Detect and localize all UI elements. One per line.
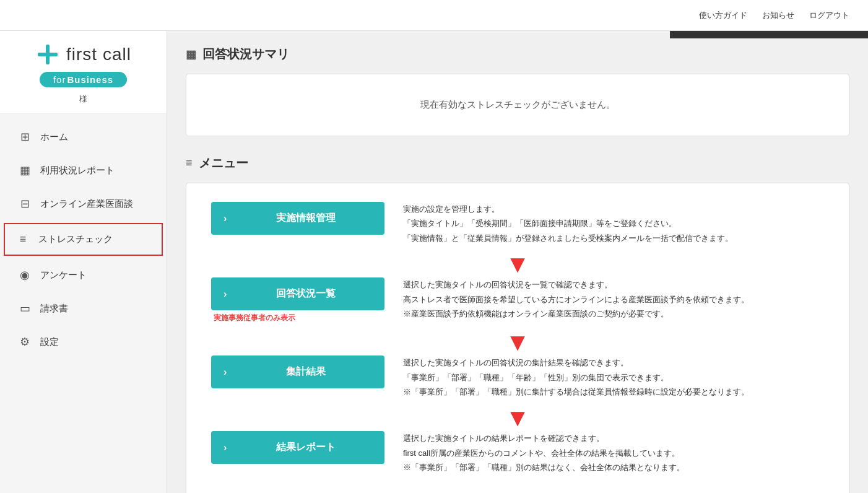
jisshi-button[interactable]: › 実施情報管理 (211, 202, 384, 235)
kaito-desc-1: 選択した実施タイトルの回答状況を一覧で確認できます。 (403, 277, 824, 292)
sidebar-item-home-label: ホーム (40, 131, 68, 143)
summary-title-text: 回答状況サマリ (202, 46, 289, 63)
arrow-3: ▼ (211, 404, 824, 431)
shukei-button[interactable]: › 集計結果 (211, 356, 384, 388)
logo-text: first call (66, 45, 131, 64)
logo-area: first call (35, 42, 131, 67)
survey-icon: ◉ (18, 268, 32, 282)
shukei-chevron-icon: › (224, 367, 227, 378)
sidebar-item-usage-report[interactable]: ▦ 利用状況レポート (0, 154, 167, 187)
summary-title-icon: ▦ (186, 48, 196, 61)
settings-icon: ⚙ (18, 335, 32, 349)
top-strip (670, 31, 868, 38)
kaito-button[interactable]: › 回答状況一覧 (211, 277, 384, 310)
home-icon: ⊞ (18, 130, 32, 144)
sidebar-item-billing-label: 請求書 (40, 303, 68, 315)
kaito-btn-label: 回答状況一覧 (233, 287, 378, 300)
online-consult-icon: ⊟ (18, 197, 32, 211)
for-business-badge: forBusiness (40, 72, 127, 87)
jisshi-chevron-icon: › (224, 213, 227, 224)
sidebar: first call forBusiness 様 ⊞ ホーム ▦ 利用状況レポー… (0, 31, 167, 493)
shukei-btn-label: 集計結果 (233, 365, 378, 378)
sidebar-logo: first call forBusiness 様 (0, 31, 167, 114)
stress-check-icon: ≡ (16, 233, 30, 246)
svg-rect-1 (38, 53, 58, 56)
jisshi-btn-wrap: › 実施情報管理 (211, 202, 384, 235)
arrow-down-icon-2: ▼ (431, 329, 604, 354)
shukei-btn-wrap: › 集計結果 (211, 356, 384, 388)
shukei-desc-1: 選択した実施タイトルの回答状況の集計結果を確認できます。 (403, 356, 824, 370)
sidebar-item-billing[interactable]: ▭ 請求書 (0, 292, 167, 325)
summary-section-title: ▦ 回答状況サマリ (186, 46, 849, 63)
kekka-btn-wrap: › 結果レポート (211, 431, 384, 464)
sidebar-item-online-consult-label: オンライン産業医面談 (40, 198, 133, 210)
logo-icon (35, 42, 60, 67)
sidebar-item-stress-check-label: ストレスチェック (38, 233, 113, 245)
sidebar-item-settings-label: 設定 (40, 336, 59, 348)
kekka-chevron-icon: › (224, 442, 227, 453)
kaito-desc-2: 高ストレス者で医師面接を希望している方にオンラインによる産業医面談予約を依頼でき… (403, 292, 824, 307)
menu-row-jisshi: › 実施情報管理 実施の設定を管理します。 「実施タイトル」「受検期間」「医師面… (211, 202, 824, 245)
usage-report-icon: ▦ (18, 164, 32, 177)
logout-link[interactable]: ログアウト (809, 10, 849, 21)
sidebar-item-home[interactable]: ⊞ ホーム (0, 120, 167, 154)
main-content: ▦ 回答状況サマリ 現在有効なストレスチェックがございません。 ≡ メニュー ›… (167, 31, 868, 493)
sidebar-item-settings[interactable]: ⚙ 設定 (0, 325, 167, 359)
guide-link[interactable]: 使い方ガイド (699, 10, 747, 21)
menu-section-title: ≡ メニュー (186, 155, 849, 172)
sidebar-item-stress-check[interactable]: ≡ ストレスチェック (4, 223, 163, 256)
sidebar-item-usage-report-label: 利用状況レポート (40, 165, 115, 177)
menu-title-icon: ≡ (186, 157, 193, 170)
news-link[interactable]: お知らせ (762, 10, 794, 21)
kekka-desc-1: 選択した実施タイトルの結果レポートを確認できます。 (403, 431, 824, 445)
kekka-button[interactable]: › 結果レポート (211, 431, 384, 464)
kaito-chevron-icon: › (224, 289, 227, 300)
top-navigation: 使い方ガイド お知らせ ログアウト (0, 0, 868, 31)
main-layout: first call forBusiness 様 ⊞ ホーム ▦ 利用状況レポー… (0, 31, 868, 493)
arrow-down-icon-3: ▼ (431, 405, 604, 430)
kekka-desc-2: first call所属の産業医からのコメントや、会社全体の結果を掲載しています… (403, 446, 824, 460)
sidebar-item-survey-label: アンケート (40, 269, 87, 281)
kekka-desc-3: ※「事業所」「部署」「職種」別の結果はなく、会社全体の結果となります。 (403, 460, 824, 474)
jisshi-desc-3: 「実施情報」と「従業員情報」が登録されましたら受検案内メールを一括で配信できます… (403, 231, 824, 245)
kaito-desc-3: ※産業医面談予約依頼機能はオンライン産業医面談のご契約が必要です。 (403, 307, 824, 321)
kekka-btn-label: 結果レポート (233, 441, 378, 454)
arrow-2: ▼ (211, 328, 824, 356)
jisshi-desc: 実施の設定を管理します。 「実施タイトル」「受検期間」「医師面接申請期限」等をご… (403, 202, 824, 245)
kekka-desc: 選択した実施タイトルの結果レポートを確認できます。 first call所属の産… (403, 431, 824, 474)
nav-items: ⊞ ホーム ▦ 利用状況レポート ⊟ オンライン産業医面談 ≡ ストレスチェック… (0, 120, 167, 359)
shukei-desc-2: 「事業所」「部署」「職種」「年齢」「性別」別の集団で表示できます。 (403, 370, 824, 385)
sidebar-item-online-consult[interactable]: ⊟ オンライン産業医面談 (0, 187, 167, 220)
menu-card: › 実施情報管理 実施の設定を管理します。 「実施タイトル」「受検期間」「医師面… (186, 183, 849, 493)
kaito-desc: 選択した実施タイトルの回答状況を一覧で確認できます。 高ストレス者で医師面接を希… (403, 277, 824, 321)
sidebar-item-survey[interactable]: ◉ アンケート (0, 258, 167, 292)
shukei-desc-3: ※「事業所」「部署」「職種」別に集計する場合は従業員情報登録時に設定が必要となり… (403, 385, 824, 399)
jisshi-btn-label: 実施情報管理 (233, 212, 378, 225)
menu-row-kekka: › 結果レポート 選択した実施タイトルの結果レポートを確認できます。 first… (211, 431, 824, 474)
for-label: for (53, 74, 66, 85)
summary-empty-box: 現在有効なストレスチェックがございません。 (186, 74, 849, 136)
menu-row-shukei: › 集計結果 選択した実施タイトルの回答状況の集計結果を確認できます。 「事業所… (211, 356, 824, 399)
arrow-1: ▼ (211, 250, 824, 277)
kaito-sub-label: 実施事務従事者のみ表示 (214, 313, 295, 323)
business-label: Business (67, 74, 113, 85)
shukei-desc: 選択した実施タイトルの回答状況の集計結果を確認できます。 「事業所」「部署」「職… (403, 356, 824, 399)
billing-icon: ▭ (18, 302, 32, 315)
arrow-down-icon-1: ▼ (431, 251, 604, 276)
jisshi-desc-1: 実施の設定を管理します。 (403, 202, 824, 216)
jisshi-desc-2: 「実施タイトル」「受検期間」「医師面接申請期限」等をご登録ください。 (403, 216, 824, 230)
user-label: 様 (79, 94, 87, 105)
menu-row-kaito: › 回答状況一覧 実施事務従事者のみ表示 選択した実施タイトルの回答状況を一覧で… (211, 277, 824, 323)
kaito-btn-wrap: › 回答状況一覧 実施事務従事者のみ表示 (211, 277, 384, 323)
summary-empty-msg: 現在有効なストレスチェックがございません。 (420, 99, 615, 111)
menu-title-text: メニュー (199, 155, 248, 172)
